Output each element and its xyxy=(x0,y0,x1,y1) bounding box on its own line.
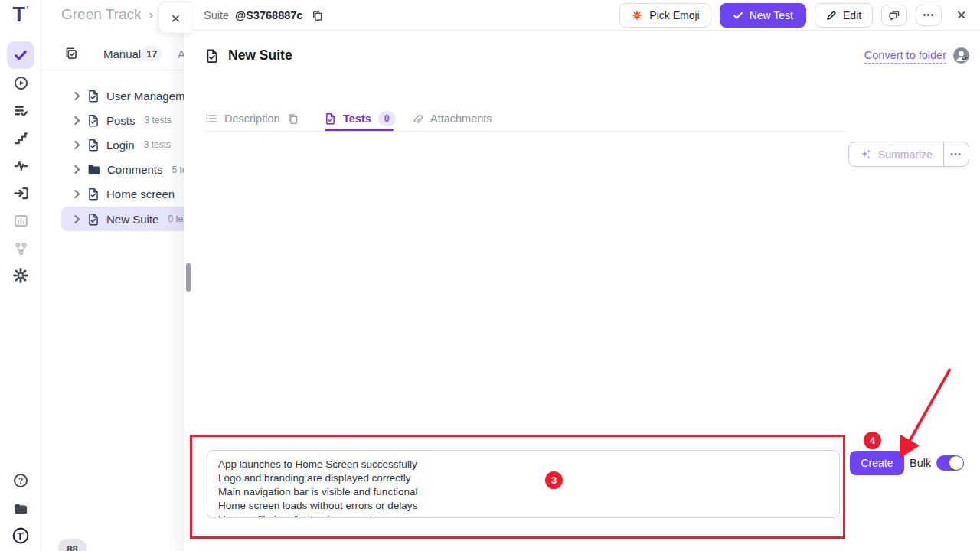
runs-nav-icon[interactable] xyxy=(7,69,34,96)
tabs-divider xyxy=(205,131,846,132)
entity-type-label: Suite xyxy=(204,9,229,21)
toggle-knob xyxy=(949,456,963,470)
pulse-icon xyxy=(14,158,28,173)
manual-count-badge: 17 xyxy=(141,46,162,62)
tree-row-label: Posts xyxy=(106,114,136,127)
convert-to-folder-link[interactable]: Convert to folder xyxy=(864,49,946,64)
ellipsis-icon: ••• xyxy=(923,11,935,19)
annotation-step-4-badge: 4 xyxy=(864,432,881,449)
pencil-icon xyxy=(826,10,837,21)
gear-icon xyxy=(13,268,28,283)
projects-nav-icon[interactable] xyxy=(7,494,34,522)
plans-nav-icon[interactable] xyxy=(7,96,34,124)
list-check-icon xyxy=(14,103,28,118)
summarize-split-button: Summarize ••• xyxy=(848,142,969,167)
drawer-header: Suite @S3768887c Pick Emoji New Test Edi… xyxy=(184,0,980,31)
summarize-more-button[interactable]: ••• xyxy=(944,142,969,166)
stairs-icon xyxy=(14,131,28,145)
tab-manual[interactable]: Manual xyxy=(103,47,141,60)
copy-suite-id-icon[interactable] xyxy=(312,10,323,21)
comments-button[interactable] xyxy=(881,5,907,26)
assignee-avatar[interactable] xyxy=(953,47,969,64)
tree-row-count: 3 tests xyxy=(145,115,172,126)
close-icon: × xyxy=(171,10,180,26)
project-title[interactable]: Green Track xyxy=(61,6,142,23)
sparkles-icon xyxy=(860,148,872,161)
bulk-toggle-label: Bulk xyxy=(910,457,931,469)
question-circle-icon: ? xyxy=(13,473,28,488)
edit-button[interactable]: Edit xyxy=(815,3,873,28)
tests-nav-icon[interactable] xyxy=(7,41,34,69)
analytics-pulse-nav-icon[interactable] xyxy=(7,152,34,179)
tab-description[interactable]: Description xyxy=(205,107,299,130)
manual-tests-icon xyxy=(64,47,78,64)
suite-doc-icon xyxy=(87,187,100,201)
suite-detail-drawer: Suite @S3768887c Pick Emoji New Test Edi… xyxy=(184,0,980,551)
new-test-label: New Test xyxy=(750,9,793,21)
annotation-step-3-badge: 3 xyxy=(545,471,563,489)
list-icon xyxy=(205,112,217,125)
tree-row-label: Login xyxy=(106,139,135,152)
suite-doc-icon xyxy=(87,90,100,103)
tree-row-label: Home screen xyxy=(106,187,175,201)
chevron-right-icon[interactable] xyxy=(74,190,80,198)
account-nav-icon[interactable]: T xyxy=(7,522,34,549)
tree-row-count: 3 tests xyxy=(144,139,171,150)
close-icon[interactable]: × xyxy=(956,7,966,24)
suite-id: @S3768887c xyxy=(235,9,302,21)
summarize-button[interactable]: Summarize xyxy=(849,142,943,166)
tab-description-label: Description xyxy=(224,112,280,125)
drawer-close-button[interactable]: × xyxy=(158,2,192,34)
drawer-resize-handle[interactable] xyxy=(186,263,191,292)
tests-count-badge: 0 xyxy=(378,111,396,126)
chevron-right-icon[interactable] xyxy=(74,141,80,149)
import-nav-icon[interactable] xyxy=(7,179,34,207)
collision-emoji-icon xyxy=(631,9,643,21)
more-actions-button[interactable]: ••• xyxy=(916,5,942,26)
chevron-right-icon[interactable] xyxy=(74,116,80,125)
suite-doc-icon xyxy=(205,48,219,64)
sign-in-icon xyxy=(14,186,28,201)
chevron-right-icon[interactable] xyxy=(74,215,80,223)
new-test-button[interactable]: New Test xyxy=(720,3,806,28)
reports-nav-icon[interactable] xyxy=(7,207,34,234)
edit-label: Edit xyxy=(843,9,861,21)
app-logo[interactable]: T' xyxy=(6,3,35,28)
tab-tests-label: Tests xyxy=(343,112,371,125)
tests-doc-icon xyxy=(325,112,336,125)
svg-text:?: ? xyxy=(18,476,23,485)
steps-nav-icon[interactable] xyxy=(7,124,34,152)
suite-doc-icon xyxy=(87,114,100,127)
check-icon xyxy=(13,47,28,63)
bulk-toggle[interactable] xyxy=(936,455,964,471)
git-branch-icon xyxy=(14,241,28,256)
help-nav-icon[interactable]: ? xyxy=(7,467,34,494)
bar-chart-icon xyxy=(14,214,28,228)
bulk-tests-textarea[interactable]: App launches to Home Screen successfully… xyxy=(207,450,840,518)
svg-text:T: T xyxy=(17,530,23,542)
folder-icon xyxy=(13,500,28,516)
logo-tick: ' xyxy=(26,3,29,16)
pick-emoji-label: Pick Emoji xyxy=(649,9,699,21)
tree-row-label: New Suite xyxy=(106,213,158,226)
chevron-right-icon[interactable] xyxy=(74,165,80,174)
comment-icon xyxy=(888,9,900,21)
pick-emoji-button[interactable]: Pick Emoji xyxy=(619,3,710,28)
ellipsis-icon: ••• xyxy=(950,151,962,158)
tree-row-label: Comments xyxy=(107,163,163,176)
chevron-right-icon[interactable] xyxy=(74,92,80,100)
create-button[interactable]: Create xyxy=(850,451,904,475)
folder-icon xyxy=(87,164,100,175)
tab-attachments[interactable]: Attachments xyxy=(412,107,492,130)
tab-tests[interactable]: Tests 0 xyxy=(325,107,396,130)
play-circle-icon xyxy=(14,76,28,90)
account-logo-icon: T xyxy=(12,527,29,544)
check-icon xyxy=(733,10,743,21)
copy-description-icon[interactable] xyxy=(287,113,299,125)
left-icon-rail: T' ? xyxy=(0,0,41,551)
tab-attachments-label: Attachments xyxy=(430,112,492,125)
suite-title: New Suite xyxy=(228,47,292,64)
settings-nav-icon[interactable] xyxy=(7,262,34,289)
branches-nav-icon[interactable] xyxy=(7,234,34,262)
paperclip-icon xyxy=(412,113,423,125)
